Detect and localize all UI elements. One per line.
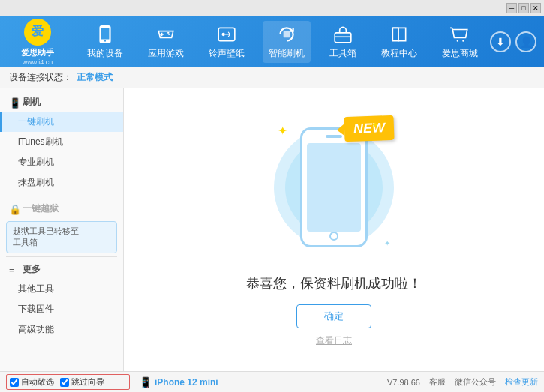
- other-tools-label: 其他工具: [18, 283, 54, 294]
- checkbox-group: 自动敬选 跳过向导: [6, 374, 130, 390]
- gamepad-icon: [155, 24, 176, 45]
- device-info-area: 📱 iPhone 12 mini: [130, 376, 343, 388]
- nav-tutorial[interactable]: 教程中心: [375, 21, 423, 63]
- nav-smart[interactable]: 智能刷机: [263, 21, 311, 63]
- phone-illustration: NEW ✦ ✦ ✦: [266, 112, 401, 262]
- jailbreak-icon: 🔒: [9, 204, 20, 214]
- close-btn[interactable]: ✕: [530, 3, 541, 13]
- bottom-area: 自动敬选 跳过向导 📱 iPhone 12 mini V7.98.66 客服 微…: [0, 371, 544, 392]
- pro-flash-label: 专业刷机: [18, 157, 54, 167]
- jailbreak-info-box: 越狱工具已转移至工具箱: [6, 221, 117, 253]
- sparkle-2: ✦: [371, 120, 379, 130]
- view-log-link[interactable]: 查看日志: [316, 334, 352, 347]
- music-icon: [216, 24, 237, 45]
- sync-icon: [276, 24, 297, 45]
- flash-section-label: 刷机: [23, 96, 41, 109]
- skip-wizard-label: 跳过向导: [71, 376, 104, 388]
- svg-point-9: [456, 40, 458, 42]
- wechat-link[interactable]: 微信公众号: [455, 376, 496, 388]
- sparkle-1: ✦: [278, 124, 287, 138]
- sparkle-3: ✦: [384, 239, 390, 247]
- customer-service-link[interactable]: 客服: [429, 376, 446, 388]
- device-row: 📱 iPhone 12 mini: [139, 376, 334, 388]
- nav-actions: ⬇ 👤: [490, 31, 544, 52]
- auto-jump-checkbox[interactable]: [10, 378, 19, 387]
- auto-jump-label: 自动敬选: [21, 376, 54, 388]
- sidebar-section-jailbreak: 🔒 一键越狱: [0, 199, 123, 218]
- nav-store[interactable]: 爱思商城: [436, 21, 484, 63]
- store-icon: [449, 24, 470, 45]
- logo-title: 爱思助手: [21, 47, 54, 58]
- success-text: 恭喜您，保资料刷机成功啦！: [246, 274, 422, 292]
- nav-my-device-label: 我的设备: [87, 47, 123, 60]
- more-section-label: 更多: [23, 263, 41, 276]
- phone-home-btn: [329, 232, 338, 241]
- wipedata-flash-label: 抹盘刷机: [18, 177, 54, 187]
- svg-rect-1: [101, 28, 110, 39]
- minimize-btn[interactable]: ─: [506, 3, 517, 13]
- jailbreak-label: 一键越狱: [23, 202, 59, 215]
- flash-section-icon: 📱: [9, 97, 20, 108]
- download-firmware-label: 下载固件: [18, 304, 54, 314]
- sidebar-item-one-key-flash[interactable]: 一键刷机: [0, 112, 123, 132]
- nav-toolbox[interactable]: 工具箱: [323, 21, 362, 63]
- nav-smart-label: 智能刷机: [269, 47, 305, 60]
- auto-jump-checkbox-label[interactable]: 自动敬选: [10, 376, 54, 388]
- skip-wizard-checkbox[interactable]: [60, 378, 69, 387]
- status-value: 正常模式: [77, 71, 113, 84]
- account-btn[interactable]: 👤: [515, 31, 536, 52]
- nav-tutorial-label: 教程中心: [381, 47, 417, 60]
- nav-ringtone[interactable]: 铃声壁纸: [203, 21, 251, 63]
- logo-area: 爱 爱思助手 www.i4.cn: [0, 19, 75, 66]
- sidebar-item-download-firmware[interactable]: 下载固件: [0, 299, 123, 319]
- nav-store-label: 爱思商城: [442, 47, 478, 60]
- nav-app-games-label: 应用游戏: [148, 47, 184, 60]
- device-name: iPhone 12 mini: [155, 377, 218, 388]
- logo-subtitle: www.i4.cn: [23, 58, 53, 66]
- sidebar-item-wipedata-flash[interactable]: 抹盘刷机: [0, 172, 123, 193]
- sidebar-item-other-tools[interactable]: 其他工具: [0, 279, 123, 299]
- device-icon: 📱: [139, 376, 152, 388]
- itunes-flash-label: iTunes刷机: [18, 136, 63, 147]
- nav-my-device[interactable]: 我的设备: [81, 21, 129, 63]
- maximize-btn[interactable]: □: [518, 3, 529, 13]
- download-btn[interactable]: ⬇: [490, 31, 511, 52]
- more-section-icon: ≡: [9, 264, 20, 274]
- title-bar: ─ □ ✕: [0, 0, 544, 16]
- sidebar-item-pro-flash[interactable]: 专业刷机: [0, 152, 123, 172]
- nav-ringtone-label: 铃声壁纸: [209, 47, 245, 60]
- logo-icon: 爱: [24, 19, 51, 46]
- skip-wizard-checkbox-label[interactable]: 跳过向导: [60, 376, 104, 388]
- jailbreak-info-text: 越狱工具已转移至工具箱: [13, 226, 79, 247]
- bottom-top-row: 自动敬选 跳过向导 📱 iPhone 12 mini V7.98.66 客服 微…: [0, 372, 544, 392]
- sidebar-section-more: ≡ 更多: [0, 260, 123, 279]
- toolbox-icon: [332, 24, 353, 45]
- sidebar-section-flash: 📱 刷机: [0, 93, 123, 112]
- bottom-status: V7.98.66 客服 微信公众号 检查更新: [343, 376, 538, 388]
- svg-point-4: [221, 33, 224, 36]
- new-badge: NEW: [344, 115, 394, 142]
- sidebar-item-advanced[interactable]: 高级功能: [0, 319, 123, 340]
- confirm-button[interactable]: 确定: [296, 304, 371, 328]
- svg-rect-5: [284, 31, 290, 38]
- phone-icon: [95, 24, 116, 45]
- divider-2: [6, 256, 117, 257]
- version-label: V7.98.66: [387, 378, 420, 387]
- svg-point-10: [462, 40, 464, 42]
- phone-screen: [307, 143, 361, 232]
- status-label: 设备连接状态：: [9, 71, 72, 84]
- one-key-flash-label: 一键刷机: [18, 116, 54, 127]
- sidebar-item-itunes-flash[interactable]: iTunes刷机: [0, 132, 123, 152]
- nav-items: 我的设备 应用游戏 铃声壁纸 智能刷机 工具箱: [75, 21, 490, 63]
- phone-body: [300, 127, 368, 247]
- content-area: NEW ✦ ✦ ✦ 恭喜您，保资料刷机成功啦！ 确定 查看日志: [124, 88, 544, 371]
- check-update-link[interactable]: 检查更新: [505, 376, 538, 388]
- sidebar: 📱 刷机 一键刷机 iTunes刷机 专业刷机 抹盘刷机 🔒 一键越狱 越狱工具…: [0, 88, 124, 371]
- book-icon: [389, 24, 410, 45]
- advanced-label: 高级功能: [18, 324, 54, 334]
- header: 爱 爱思助手 www.i4.cn 我的设备 应用游戏 铃声壁纸: [0, 16, 544, 67]
- svg-point-2: [104, 40, 106, 42]
- nav-app-games[interactable]: 应用游戏: [142, 21, 190, 63]
- nav-toolbox-label: 工具箱: [329, 47, 356, 60]
- svg-rect-6: [335, 33, 351, 43]
